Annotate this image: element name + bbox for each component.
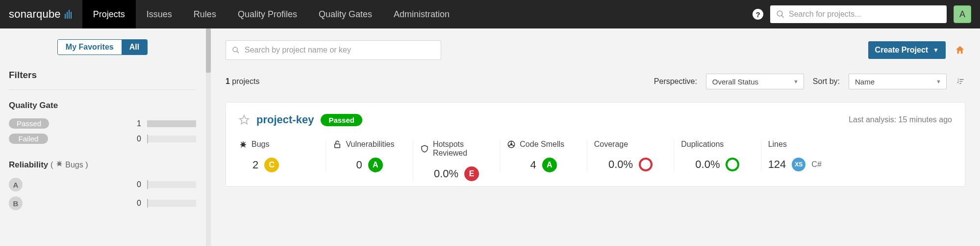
rating-a-count: 0 (126, 180, 141, 189)
filter-rating-a[interactable]: A 0 (9, 178, 196, 191)
project-search[interactable] (226, 40, 441, 60)
project-search-input[interactable] (245, 46, 435, 55)
svg-rect-21 (335, 144, 340, 148)
metric-vuln-value: 0 (356, 159, 362, 171)
filter-failed-count: 0 (126, 135, 141, 143)
content: Create Project ▼ 1 projects Perspective:… (211, 28, 980, 246)
metric-hotspots[interactable]: Hotspots Reviewed 0.0% E (413, 140, 500, 181)
filter-rating-b[interactable]: B 0 (9, 196, 196, 210)
filter-failed-pill: Failed (9, 134, 48, 144)
sort-select[interactable]: Name ▼ (849, 74, 947, 89)
rating-a-circle: A (9, 178, 23, 191)
nav-item-projects[interactable]: Projects (82, 0, 136, 28)
rating-b-circle: B (9, 196, 23, 210)
metric-duplications[interactable]: Duplications 0.0% (674, 140, 760, 171)
language-label: C# (811, 160, 821, 169)
metric-bugs-value: 2 (252, 159, 258, 171)
toggle-my-favorites[interactable]: My Favorites (58, 40, 122, 55)
metric-dup-label: Duplications (681, 140, 724, 149)
logo[interactable]: sonarqube (0, 0, 82, 28)
project-metrics: Bugs 2 C Vulnerabilities 0 (239, 140, 952, 181)
help-icon[interactable]: ? (753, 9, 763, 20)
metric-vuln-rating: A (368, 158, 383, 172)
metric-vuln-label: Vulnerabilities (346, 140, 394, 149)
toggle-all[interactable]: All (122, 40, 147, 55)
nav-item-rules[interactable]: Rules (183, 0, 227, 28)
metric-dup-value: 0.0% (695, 158, 720, 171)
perspective-row: 1 projects Perspective: Overall Status ▼… (226, 74, 965, 89)
metric-smells-label: Code Smells (520, 140, 564, 149)
create-project-label: Create Project (875, 46, 929, 55)
chevron-down-icon: ▼ (936, 79, 941, 84)
size-badge: XS (792, 158, 805, 171)
svg-point-23 (511, 144, 512, 145)
metric-smells-rating: A (542, 158, 557, 172)
search-icon (776, 10, 785, 19)
metric-lines-value: 124 (768, 158, 786, 171)
chevron-down-icon: ▼ (933, 47, 939, 54)
metric-vulnerabilities[interactable]: Vulnerabilities 0 A (326, 140, 412, 172)
user-avatar[interactable]: A (954, 5, 971, 23)
sort-direction-icon[interactable] (955, 77, 965, 86)
chevron-down-icon: ▼ (793, 79, 799, 84)
svg-line-8 (57, 165, 58, 166)
nav-item-issues[interactable]: Issues (136, 0, 183, 28)
svg-line-6 (57, 162, 58, 163)
metric-bugs-rating: C (264, 158, 279, 172)
home-icon[interactable] (955, 45, 965, 55)
scrollbar-thumb[interactable] (206, 28, 211, 73)
content-top-row: Create Project ▼ (226, 40, 965, 60)
svg-line-9 (60, 165, 61, 166)
sort-label: Sort by: (813, 77, 840, 86)
svg-line-20 (244, 146, 245, 147)
metric-coverage[interactable]: Coverage 0.0% (587, 140, 674, 171)
svg-line-18 (244, 142, 245, 143)
metric-code-smells[interactable]: Code Smells 4 A (500, 140, 586, 172)
global-search[interactable] (770, 5, 947, 23)
nav-item-administration[interactable]: Administration (383, 0, 460, 28)
rating-b-bar (147, 200, 196, 207)
quality-gate-status-badge: Passed (321, 114, 362, 126)
metric-hotspots-value: 0.0% (434, 167, 458, 180)
global-search-input[interactable] (789, 10, 941, 19)
sidebar-divider (9, 89, 196, 90)
metric-hotspots-label: Hotspots Reviewed (433, 140, 493, 158)
top-nav: sonarqube Projects Issues Rules Quality … (0, 0, 980, 28)
perspective-select[interactable]: Overall Status ▼ (706, 74, 804, 89)
favorite-star-icon[interactable] (239, 114, 250, 125)
perspective-label: Perspective: (654, 77, 697, 86)
logo-waves-icon (64, 10, 72, 19)
svg-line-1 (781, 15, 784, 18)
shield-icon (420, 144, 429, 153)
metric-hotspots-rating: E (464, 166, 479, 181)
radiation-icon (507, 140, 516, 149)
metric-coverage-label: Coverage (594, 140, 628, 149)
filter-passed-count: 1 (126, 119, 141, 128)
duplication-ring-icon (726, 158, 739, 171)
metric-smells-value: 4 (530, 159, 536, 171)
project-card-header: project-key Passed Last analysis: 15 min… (239, 113, 952, 126)
filter-group-reliability: Reliability ( Bugs ) (9, 160, 196, 170)
favorites-toggle: My Favorites All (9, 39, 196, 55)
svg-point-10 (233, 47, 237, 52)
vertical-scrollbar[interactable] (206, 28, 211, 246)
nav-item-quality-gates[interactable]: Quality Gates (308, 0, 383, 28)
filter-passed-pill: Passed (9, 118, 49, 129)
svg-line-17 (241, 142, 242, 143)
projects-count: 1 projects (226, 77, 259, 86)
rating-b-count: 0 (126, 199, 141, 208)
filter-failed[interactable]: Failed 0 (9, 134, 196, 144)
create-project-button[interactable]: Create Project ▼ (868, 41, 946, 59)
svg-line-19 (241, 146, 242, 147)
filter-failed-bar (147, 136, 196, 142)
filter-group-quality-gate: Quality Gate (9, 101, 196, 110)
project-name-link[interactable]: project-key (256, 113, 314, 126)
coverage-ring-icon (639, 158, 653, 171)
filter-passed[interactable]: Passed 1 (9, 118, 196, 129)
filters-heading: Filters (9, 70, 196, 81)
filter-passed-bar (147, 120, 196, 127)
nav-item-quality-profiles[interactable]: Quality Profiles (227, 0, 308, 28)
metric-lines[interactable]: Lines 124 XS C# (761, 140, 848, 171)
nav-right: ? A (753, 0, 980, 28)
metric-bugs[interactable]: Bugs 2 C (239, 140, 326, 172)
